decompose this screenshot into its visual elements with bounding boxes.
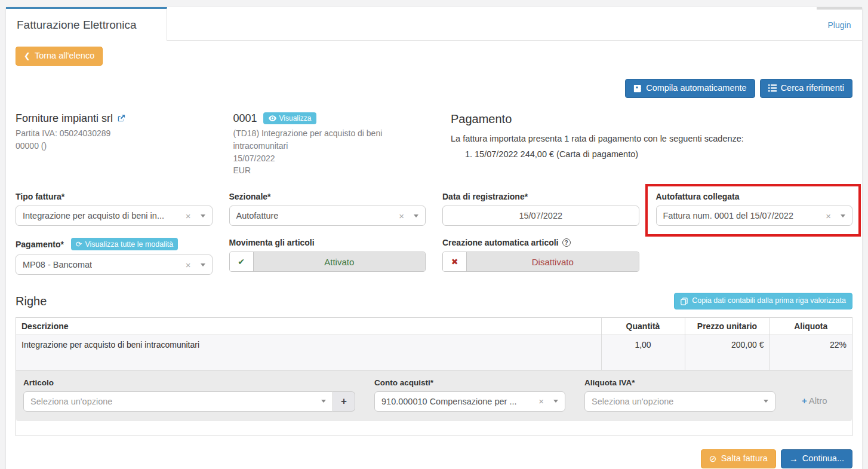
page: Fatturazione Elettronica Plugin ❮ Torna … [0,0,868,469]
supplier-name-row: Forniture impianti srl [16,112,217,125]
tab-plugin[interactable]: Plugin [817,7,862,41]
clear-icon[interactable]: × [536,396,546,406]
tab-title: Fatturazione Elettronica [17,19,137,32]
data-registrazione-input[interactable]: 15/07/2022 [442,206,639,226]
articolo-select[interactable]: Seleziona un'opzione [23,391,333,412]
creazione-articoli-label: Creazione automatica articoli [442,238,559,247]
aliquota-iva-group: Aliquota IVA* Seleziona un'opzione [584,378,775,412]
tab-fatturazione-elettronica[interactable]: Fatturazione Elettronica [6,7,167,41]
pagamento-value: MP08 - Bancomat [23,260,92,269]
row-detail-panel: Articolo Seleziona un'opzione + [16,370,852,421]
search-references-button[interactable]: Cerca riferimenti [760,79,852,98]
movimenta-articoli-label: Movimenta gli articoli [229,238,426,247]
autofattura-collegata-value: Fattura num. 0001 del 15/07/2022 [663,211,793,220]
show-all-payment-modes-badge[interactable]: ⟳ Visualizza tutte le modalità [71,238,178,250]
movimenta-articoli-toggle[interactable]: ✔ Attivato [229,252,426,272]
sezionale-select[interactable]: Autofatture × [229,206,426,226]
sezionale-value: Autofatture [236,211,279,220]
supplier-block: Forniture impianti srl Partita IVA: 0502… [16,112,217,177]
data-registrazione-value: 15/07/2022 [519,211,562,220]
chevron-down-icon [764,400,768,403]
payment-title: Pagamento [451,112,852,126]
clear-icon[interactable]: × [396,211,407,221]
table-row: Integrazione per acquisto di beni intrac… [16,335,852,370]
data-registrazione-label: Data di registrazione* [442,192,639,201]
creazione-articoli-state: Disattivato [467,252,639,271]
address-card-icon [633,84,642,93]
aliquota-iva-placeholder: Seleziona un'opzione [592,397,673,406]
toolbar-right: Compila automaticamente Cerca riferiment… [16,79,852,98]
pagamento-select[interactable]: MP08 - Bancomat × [16,255,213,275]
cell-prezzo-unitario: 200,00 € [685,335,769,370]
movimenta-articoli-group: Movimenta gli articoli ✔ Attivato [229,238,426,275]
payment-schedule-item: 15/07/2022 244,00 € (Carta di pagamento) [475,149,852,159]
plus-icon: + [341,396,347,407]
eye-icon [269,115,276,121]
view-invoice-badge[interactable]: Visualizza [263,112,317,124]
search-references-label: Cerca riferimenti [781,84,844,93]
aliquota-iva-select[interactable]: Seleziona un'opzione [584,391,775,412]
view-invoice-label: Visualizza [279,114,312,122]
column-header-aliquota: Aliquota [769,318,852,335]
chevron-down-icon [201,214,205,217]
articolo-input-group: Seleziona un'opzione + [23,391,355,412]
tipo-fattura-select[interactable]: Integrazione per acquisto di beni in... … [16,206,213,226]
payment-block: Pagamento La fattura importata presenta … [451,112,852,177]
autofill-button[interactable]: Compila automaticamente [625,79,755,98]
clear-icon[interactable]: × [823,211,833,221]
refresh-icon: ⟳ [76,240,82,249]
aliquota-iva-label: Aliquota IVA* [584,378,775,387]
clear-icon[interactable]: × [183,211,193,221]
supplier-code: 00000 () [16,140,217,152]
conto-acquisti-group: Conto acquisti* 910.000010 Compensazione… [374,378,565,412]
document-number: 0001 [233,112,257,125]
conto-acquisti-select[interactable]: 910.000010 Compensazione per ... × [374,391,565,412]
chevron-down-icon [201,263,205,266]
tab-bar-spacer [167,7,817,41]
clear-icon[interactable]: × [183,260,193,270]
conto-acquisti-value: 910.000010 Compensazione per ... [381,397,517,406]
cell-descrizione: Integrazione per acquisto di beni intrac… [16,335,601,370]
back-row: ❮ Torna all'elenco [16,47,852,66]
autofattura-collegata-select[interactable]: Fattura num. 0001 del 15/07/2022 × [656,206,853,226]
chevron-down-icon [553,400,558,403]
document-date: 15/07/2022 [233,152,435,164]
copy-accounting-data-label: Copia dati contabili dalla prima riga va… [692,297,846,305]
altro-button[interactable]: +Altro [802,396,827,406]
movimenta-articoli-state: Attivato [254,252,426,271]
creazione-articoli-label-row: Creazione automatica articoli ? [442,238,639,247]
continue-button[interactable]: → Continua... [781,449,852,468]
pagamento-label: Pagamento* [16,240,64,249]
creazione-articoli-toggle[interactable]: ✖ Disattivato [442,252,639,272]
cell-aliquota: 22% [769,335,852,370]
payment-schedule-list: 15/07/2022 244,00 € (Carta di pagamento) [451,149,852,159]
cell-quantita: 1,00 [601,335,685,370]
chevron-down-icon [414,214,418,217]
supplier-vat: Partita IVA: 05024030289 [16,127,217,140]
sezionale-label: Sezionale* [229,192,426,201]
pagamento-label-row: Pagamento* ⟳ Visualizza tutte le modalit… [16,238,213,250]
column-header-descrizione: Descrizione [16,318,601,335]
plugin-link[interactable]: Plugin [828,20,851,30]
righe-header: Righe Copia dati contabili dalla prima r… [16,293,852,309]
back-to-list-label: Torna all'elenco [35,51,94,61]
articolo-label: Articolo [23,378,355,387]
tipo-fattura-group: Tipo fattura* Integrazione per acquisto … [16,192,213,226]
add-article-button[interactable]: + [333,391,355,412]
copy-accounting-data-button[interactable]: Copia dati contabili dalla prima riga va… [674,293,852,309]
skip-invoice-button[interactable]: ⊘ Salta fattura [701,449,776,468]
righe-title: Righe [16,295,47,308]
help-question-icon[interactable]: ? [562,238,571,247]
form-empty-cell [656,238,853,275]
row-detail-fields: Articolo Seleziona un'opzione + [23,378,845,412]
arrow-right-icon: → [789,454,798,463]
supplier-name: Forniture impianti srl [16,112,113,125]
articolo-group: Articolo Seleziona un'opzione + [23,378,355,412]
document-head: 0001 Visualizza [233,112,435,125]
document-block: 0001 Visualizza (TD18) Integrazione per … [233,112,435,177]
creazione-articoli-group: Creazione automatica articoli ? ✖ Disatt… [442,238,639,275]
external-link-icon[interactable] [117,114,125,122]
articolo-placeholder: Seleziona un'opzione [30,397,112,406]
back-to-list-button[interactable]: ❮ Torna all'elenco [16,47,103,66]
copy-icon [681,298,688,305]
